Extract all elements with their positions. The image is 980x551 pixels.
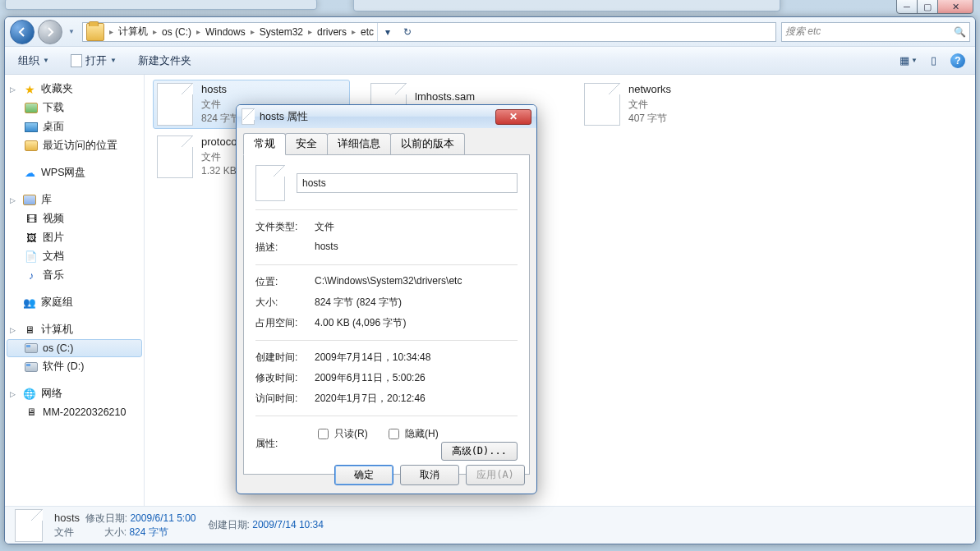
navigation-bar: ▼ ▸ 计算机▸ os (C:)▸ Windows▸ System32▸ dri… [5,17,975,47]
prop-location: C:\Windows\System32\drivers\etc [315,275,518,289]
tree-pictures[interactable]: 🖼图片 [7,228,142,247]
file-icon [157,83,193,126]
cancel-button[interactable]: 取消 [400,465,459,485]
tree-drive-d[interactable]: 软件 (D:) [7,357,142,376]
refresh-button[interactable]: ↻ [398,23,417,41]
tree-favorites[interactable]: ▷★收藏夹 [7,80,142,99]
help-button[interactable]: ? [949,52,967,70]
maximize-button[interactable]: ▢ [917,0,938,14]
tree-computer[interactable]: ▷🖥计算机 [7,320,142,339]
crumb-etc[interactable]: etc [357,26,377,38]
crumb-drive[interactable]: os (C:) [159,26,195,38]
tree-wps[interactable]: ☁WPS网盘 [7,163,142,182]
file-networks[interactable]: networks文件407 字节 [580,80,777,129]
tree-homegroup[interactable]: 👥家庭组 [7,293,142,312]
close-button[interactable]: ✕ [937,0,973,14]
hidden-checkbox[interactable]: 隐藏(H) [385,426,439,442]
minimize-button[interactable]: ─ [896,0,918,14]
dialog-close-button[interactable]: ✕ [495,109,531,125]
dialog-titlebar[interactable]: hosts 属性 ✕ [237,105,536,128]
search-icon[interactable]: 🔍 [954,26,966,38]
file-icon [242,108,255,125]
back-button[interactable] [10,20,35,44]
tree-libraries[interactable]: ▷库 [7,191,142,209]
readonly-checkbox[interactable]: 只读(R) [315,426,368,442]
ok-button[interactable]: 确定 [334,465,393,485]
file-icon [15,509,43,542]
tree-network[interactable]: ▷🌐网络 [7,384,142,403]
tree-desktop[interactable]: 桌面 [7,117,142,136]
organize-button[interactable]: 组织 ▼ [13,50,54,71]
tree-recent[interactable]: 最近访问的位置 [7,136,142,155]
prop-size-on-disk: 4.00 KB (4,096 字节) [315,316,518,330]
status-bar: hosts 修改日期: 2009/6/11 5:00 文件 大小: 824 字节… [5,506,975,544]
history-dropdown[interactable]: ▼ [66,28,77,35]
tree-videos[interactable]: 🎞视频 [7,209,142,228]
tree-drive-c[interactable]: os (C:) [7,339,142,357]
crumb-windows[interactable]: Windows [202,26,249,38]
dialog-body: hosts 文件类型:文件 描述:hosts 位置:C:\Windows\Sys… [243,154,530,475]
address-bar[interactable]: ▸ 计算机▸ os (C:)▸ Windows▸ System32▸ drive… [82,22,776,42]
status-filename: hosts [54,512,80,524]
tab-security[interactable]: 安全 [285,133,328,154]
tab-details[interactable]: 详细信息 [327,133,391,154]
advanced-button[interactable]: 高级(D)... [441,442,518,461]
window-controls: ─ ▢ ✕ [897,0,973,14]
tree-downloads[interactable]: 下载 [7,99,142,117]
prop-created: 2009年7月14日，10:34:48 [315,351,518,365]
file-icon [255,165,285,201]
tree-music[interactable]: ♪音乐 [7,266,142,285]
prop-size: 824 字节 (824 字节) [315,296,518,310]
filename-field[interactable]: hosts [297,173,518,193]
new-folder-button[interactable]: 新建文件夹 [133,50,196,71]
star-icon: ★ [23,83,36,96]
crumb-system32[interactable]: System32 [256,26,306,38]
search-placeholder: 搜索 etc [785,25,821,39]
crumb-drivers[interactable]: drivers [314,26,350,38]
folder-icon [86,23,104,41]
tab-general[interactable]: 常规 [243,133,286,155]
view-button[interactable]: ▦ ▼ [899,52,918,70]
apply-button[interactable]: 应用(A) [466,465,525,485]
file-icon [584,83,620,126]
dialog-title: hosts 属性 [260,110,308,124]
search-box[interactable]: 搜索 etc 🔍 [781,22,970,42]
file-icon [157,135,193,178]
prop-filetype: 文件 [315,220,518,234]
tree-network-pc[interactable]: 🖥MM-20220326210 [7,403,142,421]
address-dropdown[interactable]: ▾ [378,23,398,41]
prop-modified: 2009年6月11日，5:00:26 [315,371,518,385]
properties-dialog: hosts 属性 ✕ 常规 安全 详细信息 以前的版本 hosts 文件类型:文… [236,104,537,494]
navigation-tree: ▷★收藏夹 下载 桌面 最近访问的位置 ☁WPS网盘 ▷库 🎞视频 🖼图片 📄文… [5,75,145,506]
prop-description: hosts [315,241,518,255]
forward-button[interactable] [38,20,62,44]
tree-documents[interactable]: 📄文档 [7,247,142,266]
crumb-computer[interactable]: 计算机 [115,25,151,39]
dialog-tabs: 常规 安全 详细信息 以前的版本 [237,128,536,154]
prop-accessed: 2020年1月7日，20:12:46 [315,392,518,406]
command-bar: 组织 ▼ 打开 ▼ 新建文件夹 ▦ ▼ ▯ ? [5,47,975,75]
tab-previous[interactable]: 以前的版本 [390,133,465,154]
help-icon: ? [950,53,965,68]
preview-pane-button[interactable]: ▯ [924,52,942,70]
open-button[interactable]: 打开 ▼ [66,50,122,71]
